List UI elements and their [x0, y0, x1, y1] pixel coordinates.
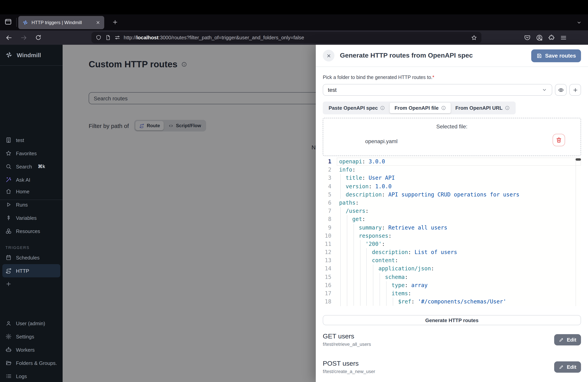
- sidebar-divider: [0, 65, 63, 66]
- save-icon: [536, 53, 542, 59]
- selected-file-box: Selected file: openapi.yaml: [323, 118, 581, 156]
- window-top-strip: [0, 0, 588, 14]
- line-number: 6: [323, 199, 335, 207]
- reload-button[interactable]: [35, 34, 42, 41]
- tab-close-icon[interactable]: [96, 20, 100, 25]
- sidebar-item-favorites[interactable]: Favorites: [0, 147, 63, 160]
- save-routes-button[interactable]: Save routes: [531, 49, 581, 62]
- dollar-icon: [5, 215, 12, 221]
- code-line: 3title: User API: [323, 174, 581, 182]
- code-line: 4version: 1.0.0: [323, 182, 581, 191]
- scrollbar-thumb[interactable]: [576, 158, 581, 161]
- building-icon: [5, 137, 12, 143]
- route-name: GET users: [323, 333, 371, 340]
- list-all-tabs-button[interactable]: [576, 20, 582, 25]
- tab-paste-openapi-spec[interactable]: Paste OpenAPI spec: [324, 103, 390, 113]
- line-number: 17: [323, 289, 335, 297]
- sidebar-item-logs[interactable]: Logs: [0, 370, 63, 382]
- code-line: 6paths:: [323, 199, 581, 207]
- calendar-icon: [5, 255, 12, 261]
- sidebar-item-schedules[interactable]: Schedules: [0, 251, 63, 264]
- tab-from-openapi-file[interactable]: From OpenAPI file: [390, 103, 451, 113]
- line-number: 4: [323, 182, 335, 191]
- permissions-icon[interactable]: [114, 35, 120, 41]
- drawer-header: Generate HTTP routes from OpenAPI spec S…: [316, 45, 588, 67]
- firefox-view-icon[interactable]: [4, 18, 12, 26]
- modal-overlay[interactable]: [63, 45, 316, 382]
- line-number: 9: [323, 223, 335, 232]
- gear-icon: [5, 333, 12, 340]
- sidebar-item-ask-ai[interactable]: Ask AI: [0, 173, 63, 186]
- new-tab-button[interactable]: [112, 19, 118, 25]
- triggers-section-label: TRIGGERS: [0, 245, 35, 250]
- browser-tab[interactable]: HTTP triggers | Windmill: [18, 16, 104, 29]
- sidebar-item-label: HTTP: [16, 268, 29, 274]
- close-button[interactable]: [323, 50, 335, 62]
- edit-route-button[interactable]: Edit: [554, 361, 581, 373]
- bookmark-star-icon[interactable]: [471, 34, 477, 41]
- sidebar-item-resources[interactable]: Resources: [0, 224, 63, 238]
- code-line: 14application/json:: [323, 265, 581, 273]
- sidebar-item-runs[interactable]: Runs: [0, 198, 63, 211]
- sidebar-item-variables[interactable]: Variables: [0, 211, 63, 224]
- pocket-icon[interactable]: [524, 34, 531, 41]
- sidebar-nav-group: HomeRunsVariablesResources: [0, 185, 63, 238]
- brand-name: Windmill: [17, 52, 41, 58]
- line-number: 7: [323, 207, 335, 215]
- view-folder-button[interactable]: [555, 84, 567, 96]
- code-text: title: User API: [346, 174, 395, 182]
- sidebar-item-home[interactable]: Home: [0, 185, 63, 198]
- folder-field-label: Pick a folder to bind the generated HTTP…: [323, 75, 581, 80]
- generate-routes-button[interactable]: Generate HTTP routes: [323, 315, 581, 325]
- browser-tab-bar: HTTP triggers | Windmill: [0, 14, 588, 30]
- add-folder-button[interactable]: [569, 84, 581, 96]
- code-line: 16type: array: [323, 281, 581, 289]
- route-path: f/test/retrieve_all_users: [323, 341, 371, 347]
- person-icon: [5, 320, 12, 326]
- tab-label: From OpenAPI file: [395, 105, 439, 111]
- code-editor[interactable]: 1openapi: 3.0.02info:3title: User API4ve…: [323, 158, 581, 306]
- tab-from-openapi-url[interactable]: From OpenAPI URL: [451, 103, 515, 113]
- trash-icon: [556, 137, 562, 143]
- site-info-icon[interactable]: [105, 35, 111, 41]
- scrollbar-track: [576, 158, 576, 306]
- sidebar-item-http[interactable]: HTTP: [2, 264, 60, 277]
- account-icon[interactable]: [536, 34, 543, 41]
- sidebar-item-workers[interactable]: Workers: [0, 343, 63, 356]
- remove-file-button[interactable]: [553, 134, 565, 146]
- source-tab-group: Paste OpenAPI specFrom OpenAPI fileFrom …: [323, 102, 516, 114]
- sidebar-item-label: Resources: [16, 228, 40, 234]
- sidebar-workspace-group: testFavoritesSearch⌘kAsk AI: [0, 133, 63, 186]
- selected-file-label: Selected file:: [323, 123, 581, 129]
- sidebar-item-test[interactable]: test: [0, 133, 63, 147]
- search-icon: [5, 163, 12, 170]
- source-tabs-row: Paste OpenAPI specFrom OpenAPI fileFrom …: [323, 102, 581, 114]
- folder-select[interactable]: test: [323, 84, 552, 96]
- forward-button[interactable]: [20, 34, 27, 41]
- sidebar-item-label: Logs: [16, 373, 27, 379]
- sidebar-item-folders-groups[interactable]: Folders & Groups...: [0, 356, 63, 370]
- brand[interactable]: Windmill: [0, 45, 63, 64]
- info-icon: [441, 106, 446, 110]
- sidebar-item-label: test: [16, 137, 24, 143]
- code-text: schema:: [385, 273, 408, 281]
- sidebar-item-search[interactable]: Search⌘k: [0, 160, 63, 173]
- edit-route-button[interactable]: Edit: [554, 334, 581, 345]
- code-text: get:: [352, 215, 365, 223]
- required-asterisk: *: [432, 75, 434, 80]
- code-text: '200':: [365, 240, 385, 248]
- tracking-protection-icon[interactable]: [96, 35, 102, 41]
- sidebar-item-label: Ask AI: [16, 177, 30, 183]
- sidebar-item-plus[interactable]: [0, 277, 63, 291]
- tab-label: From OpenAPI URL: [455, 105, 503, 111]
- sidebar-item-settings[interactable]: Settings: [0, 330, 63, 343]
- sidebar-item-user-admin[interactable]: User (admin): [0, 317, 63, 330]
- code-line: 15schema:: [323, 273, 581, 281]
- extensions-icon[interactable]: [548, 34, 555, 41]
- url-bar[interactable]: http://localhost:3000/routes?filter_path…: [91, 32, 482, 43]
- menu-icon[interactable]: [560, 34, 567, 41]
- code-line: 17items:: [323, 289, 581, 297]
- play-icon: [5, 202, 12, 208]
- back-button[interactable]: [5, 34, 12, 41]
- logs-icon: [5, 373, 12, 379]
